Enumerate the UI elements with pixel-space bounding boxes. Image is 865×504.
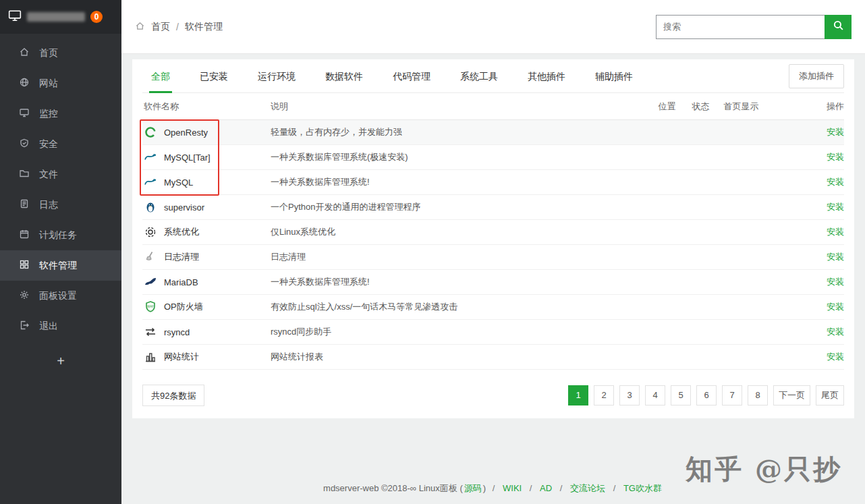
software-desc: 一种关系数据库管理系统(极速安装) (271, 151, 648, 163)
install-link[interactable]: 安装 (827, 177, 844, 187)
breadcrumb: 首页 / 软件管理 (135, 21, 223, 33)
search-button[interactable] (825, 15, 852, 39)
sidebar-item-software[interactable]: 软件管理 (0, 250, 121, 281)
footer-link-tg[interactable]: TG吹水群 (623, 483, 662, 493)
footer-link-wiki[interactable]: WIKI (503, 483, 522, 493)
sidebar-item-label: 日志 (39, 199, 58, 211)
sidebar-item-label: 软件管理 (39, 260, 77, 272)
page-5[interactable]: 5 (671, 385, 691, 405)
software-desc: 轻量级，占有内存少，并发能力强 (271, 126, 648, 138)
rsync-arrows-icon (144, 325, 157, 339)
install-link[interactable]: 安装 (827, 327, 844, 337)
page-4[interactable]: 4 (645, 385, 665, 405)
gear-icon (19, 289, 30, 302)
top-bar: 首页 / 软件管理 (121, 0, 865, 54)
software-desc: 一种关系数据库管理系统! (271, 276, 648, 288)
install-link[interactable]: 安装 (827, 302, 844, 312)
openresty-icon (144, 125, 157, 139)
software-desc: 仅Linux系统优化 (271, 226, 648, 238)
page-2[interactable]: 2 (594, 385, 614, 405)
footer-paren-open: ( (459, 483, 462, 493)
software-name: MySQL[Tar] (164, 152, 211, 163)
sidebar-item-label: 监控 (39, 108, 58, 120)
sidebar: 0 首页 网站 监控 安全 文件 日志 计划任务 (0, 0, 121, 504)
pagination: 1 2 3 4 5 6 7 8 下一页 尾页 (568, 385, 844, 405)
breadcrumb-current: 软件管理 (185, 21, 223, 33)
tab-all[interactable]: 全部 (142, 59, 179, 93)
install-link[interactable]: 安装 (827, 127, 844, 137)
install-link[interactable]: 安装 (827, 152, 844, 162)
sidebar-item-logout[interactable]: 退出 (0, 311, 121, 341)
last-page-button[interactable]: 尾页 (816, 385, 844, 405)
footer-link-source[interactable]: 源码 (464, 483, 482, 493)
software-name: 网站统计 (164, 351, 199, 363)
page-8[interactable]: 8 (748, 385, 768, 405)
folder-icon (19, 168, 30, 181)
tab-other[interactable]: 其他插件 (519, 59, 574, 93)
col-location: 位置 (648, 101, 686, 113)
footer-copyright: mdserver-web ©2018-∞ Linux面板 (323, 483, 457, 493)
sidebar-item-label: 文件 (39, 169, 58, 181)
tab-database[interactable]: 数据软件 (316, 59, 372, 93)
supervisor-penguin-icon (144, 200, 157, 214)
table-row: OpenResty 轻量级，占有内存少，并发能力强 安装 (142, 120, 844, 145)
footer-link-forum[interactable]: 交流论坛 (570, 483, 605, 493)
search-input[interactable] (656, 15, 825, 39)
install-link[interactable]: 安装 (827, 202, 844, 212)
sidebar-item-settings[interactable]: 面板设置 (0, 281, 121, 311)
table-row: 网站统计 网站统计报表 安装 (142, 345, 844, 370)
sidebar-item-monitor[interactable]: 监控 (0, 99, 121, 129)
sidebar-menu: 首页 网站 监控 安全 文件 日志 计划任务 软件管理 (0, 34, 121, 341)
sidebar-add-button[interactable]: + (0, 354, 121, 369)
software-desc: 日志清理 (271, 251, 648, 263)
sidebar-item-logs[interactable]: 日志 (0, 190, 121, 220)
mariadb-seal-icon (144, 275, 157, 289)
page-7[interactable]: 7 (722, 385, 742, 405)
col-desc: 说明 (271, 101, 648, 113)
next-page-button[interactable]: 下一页 (773, 385, 810, 405)
tab-assist[interactable]: 辅助插件 (586, 59, 642, 93)
sidebar-item-files[interactable]: 文件 (0, 159, 121, 190)
table-row: MariaDB 一种关系数据库管理系统! 安装 (142, 270, 844, 295)
tab-runtime[interactable]: 运行环境 (249, 59, 304, 93)
sidebar-item-home[interactable]: 首页 (0, 38, 121, 68)
table-row: rsyncd rsyncd同步助手 安装 (142, 320, 844, 345)
page-6[interactable]: 6 (696, 385, 717, 405)
breadcrumb-home[interactable]: 首页 (151, 21, 170, 33)
site-stats-chart-icon (144, 350, 157, 364)
software-name: 系统优化 (164, 226, 199, 238)
software-card: 全部 已安装 运行环境 数据软件 代码管理 系统工具 其他插件 辅助插件 添加插… (132, 59, 854, 418)
sidebar-item-label: 网站 (39, 78, 58, 90)
page-1[interactable]: 1 (568, 385, 588, 405)
software-desc: rsyncd同步助手 (271, 326, 648, 338)
table-row: 系统优化 仅Linux系统优化 安装 (142, 220, 844, 245)
install-link[interactable]: 安装 (827, 252, 844, 262)
add-plugin-button[interactable]: 添加插件 (789, 64, 844, 88)
table-header: 软件名称 说明 位置 状态 首页显示 操作 (142, 93, 844, 120)
sidebar-item-cron[interactable]: 计划任务 (0, 220, 121, 250)
main-area: 首页 / 软件管理 全部 已安装 运行环境 数据软件 代码管理 系统工具 其他插… (121, 0, 865, 504)
sidebar-item-label: 安全 (39, 138, 58, 150)
page-3[interactable]: 3 (619, 385, 640, 405)
install-link[interactable]: 安装 (827, 277, 844, 287)
software-desc: 有效防止sql注入/xss/一句话木马等常见渗透攻击 (271, 301, 648, 313)
footer-link-ad[interactable]: AD (540, 483, 552, 493)
tab-code[interactable]: 代码管理 (384, 59, 439, 93)
table-row: MySQL 一种关系数据库管理系统! 安装 (142, 170, 844, 195)
install-link[interactable]: 安装 (827, 352, 844, 362)
software-name: supervisor (164, 202, 204, 213)
software-desc: 一个Python开发的通用的进程管理程序 (271, 201, 648, 213)
display-icon (8, 9, 22, 25)
install-link[interactable]: 安装 (827, 227, 844, 237)
tab-systools[interactable]: 系统工具 (451, 59, 507, 93)
tab-installed[interactable]: 已安装 (191, 59, 237, 93)
monitor-icon (19, 107, 30, 120)
table-row: 日志清理 日志清理 安装 (142, 245, 844, 270)
sidebar-item-website[interactable]: 网站 (0, 68, 121, 99)
search-box (656, 15, 852, 39)
logo-text-blurred (27, 12, 85, 22)
sidebar-item-label: 退出 (39, 320, 58, 333)
footer-separator: / (613, 483, 616, 493)
log-file-icon (19, 198, 30, 211)
sidebar-item-security[interactable]: 安全 (0, 129, 121, 159)
